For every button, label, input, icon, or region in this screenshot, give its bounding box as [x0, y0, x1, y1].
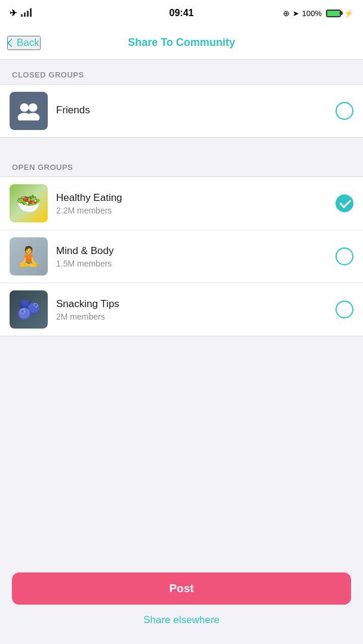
healthy-eating-radio[interactable]: [336, 194, 353, 212]
charging-icon: ⚡: [344, 9, 353, 18]
snacking-tips-image: [10, 290, 48, 329]
list-item: Snacking Tips 2M members: [0, 283, 363, 336]
group-info: Friends: [56, 104, 336, 118]
status-left: ✈: [10, 8, 32, 18]
svg-rect-1: [24, 13, 26, 17]
back-label: Back: [17, 37, 39, 49]
group-members: 2M members: [56, 312, 336, 321]
list-item: Friends: [0, 85, 363, 137]
snacking-tips-radio[interactable]: [336, 301, 353, 318]
closed-groups-header: CLOSED GROUPS: [0, 60, 363, 84]
content-area: CLOSED GROUPS Friends OPEN GROUPS: [0, 60, 363, 420]
page-title: Share To Community: [128, 36, 235, 49]
section-spacer: [0, 138, 363, 152]
group-name: Mind & Body: [56, 245, 336, 257]
friends-avatar: [10, 92, 48, 130]
status-bar: ✈ 09:41 ⊕ ➤ 100% ⚡: [0, 0, 363, 26]
healthy-eating-avatar: [10, 184, 48, 222]
airplane-icon: ✈: [10, 8, 17, 18]
group-info: Snacking Tips 2M members: [56, 298, 336, 321]
nav-bar: Back Share To Community: [0, 26, 363, 60]
list-item: Healthy Eating 2.2M members: [0, 177, 363, 230]
svg-rect-0: [21, 14, 23, 17]
battery-icon: [326, 10, 341, 17]
post-button[interactable]: Post: [12, 572, 351, 605]
mind-body-image: [10, 237, 48, 275]
location-icon: ⊕: [283, 9, 290, 18]
battery-percentage: 100%: [302, 9, 322, 18]
open-groups-list: Healthy Eating 2.2M members Mind & Body …: [0, 177, 363, 336]
navigation-icon: ➤: [293, 9, 299, 18]
svg-point-5: [29, 103, 37, 112]
group-info: Healthy Eating 2.2M members: [56, 192, 336, 215]
back-button[interactable]: Back: [7, 36, 41, 50]
open-groups-header: OPEN GROUPS: [0, 152, 363, 177]
signal-bars: [21, 8, 32, 18]
group-name: Friends: [56, 104, 336, 116]
svg-rect-2: [27, 11, 29, 17]
closed-groups-list: Friends: [0, 84, 363, 138]
group-name: Snacking Tips: [56, 298, 336, 310]
group-name: Healthy Eating: [56, 192, 336, 204]
status-time: 09:41: [170, 8, 194, 18]
status-right: ⊕ ➤ 100% ⚡: [283, 9, 353, 18]
back-chevron-icon: [7, 38, 16, 47]
list-item: Mind & Body 1.5M members: [0, 230, 363, 283]
friends-radio[interactable]: [336, 102, 353, 120]
healthy-eating-image: [10, 184, 48, 222]
group-info: Mind & Body 1.5M members: [56, 245, 336, 268]
snacking-tips-avatar: [10, 290, 48, 329]
share-elsewhere-button[interactable]: Share elsewhere: [12, 614, 351, 626]
svg-point-4: [20, 103, 29, 112]
bottom-actions: Post Share elsewhere: [0, 561, 363, 644]
svg-rect-3: [30, 8, 32, 17]
mind-body-radio[interactable]: [336, 247, 353, 265]
group-members: 2.2M members: [56, 206, 336, 215]
friends-group-icon: [17, 101, 41, 120]
mind-body-avatar: [10, 237, 48, 275]
group-members: 1.5M members: [56, 259, 336, 268]
